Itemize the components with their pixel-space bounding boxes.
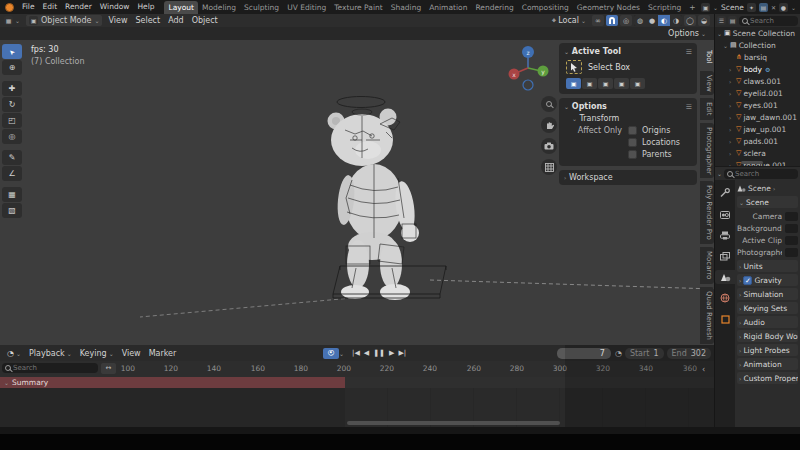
object-properties-tab[interactable] <box>715 312 735 326</box>
tab-animation[interactable]: Animation <box>425 1 471 14</box>
menu-file[interactable]: File <box>18 0 39 14</box>
orthographic-toggle-button[interactable] <box>541 159 557 175</box>
expand-icon[interactable]: › <box>729 150 736 157</box>
audio-section-header[interactable]: › Audio <box>737 316 798 328</box>
transform-orientation-selector[interactable]: ⌖ Local ⌄ <box>548 16 590 26</box>
menu-help[interactable]: Help <box>133 0 158 14</box>
tool-cursor[interactable]: ⊕ <box>2 60 22 75</box>
gravity-section-header[interactable]: › ✓ Gravity <box>737 274 798 286</box>
custom-properties-section-header[interactable]: › Custom Properti <box>737 372 798 384</box>
overlays-button[interactable]: ◯ <box>684 15 696 26</box>
modifier-icon[interactable]: ⚙ <box>765 66 770 73</box>
menu-add[interactable]: Add <box>164 16 188 25</box>
jump-to-start-button[interactable]: |◀ <box>352 349 360 357</box>
scene-name[interactable]: Scene <box>721 3 744 12</box>
tool-transform[interactable]: ◎ <box>2 129 22 144</box>
pin-icon[interactable]: ✦ <box>747 3 756 12</box>
render-engine-icon[interactable]: ● <box>779 3 788 12</box>
outliner-row-scene-collection[interactable]: ⌄ ▣ Scene Collection <box>715 27 800 39</box>
options-button[interactable]: Options ⌄ <box>664 29 714 38</box>
tab-sculpting[interactable]: Sculpting <box>240 1 283 14</box>
npanel-tab-view[interactable]: View <box>700 71 714 96</box>
tab-shading[interactable]: Shading <box>387 1 425 14</box>
background-field-widget[interactable] <box>785 224 798 233</box>
tool-annotate[interactable]: ✎ <box>2 150 22 165</box>
select-mode-extend[interactable]: ▣ <box>582 78 597 89</box>
outliner-row-sclera[interactable]: › ▽ sclera <box>715 147 800 159</box>
previous-keyframe-button[interactable]: ◀ <box>364 349 369 357</box>
npanel-tab-quad-remesh[interactable]: Quad Remesh <box>700 287 714 344</box>
photographer-field-widget[interactable] <box>785 248 798 257</box>
camera-field[interactable]: Camera <box>737 210 798 222</box>
panel-menu-icon[interactable]: ☰ <box>686 48 692 56</box>
expand-icon[interactable]: › <box>729 102 736 109</box>
outliner-row-jaw-dawn[interactable]: › ▽ jaw_dawn.001 <box>715 111 800 123</box>
summary-channel[interactable]: ⌄ Summary <box>0 377 345 388</box>
outliner-row-body[interactable]: › ▽ body ⚙ <box>715 63 800 75</box>
tab-modeling[interactable]: Modeling <box>198 1 240 14</box>
tool-select-box[interactable]: ➤ <box>2 44 22 59</box>
menu-marker[interactable]: Marker <box>145 349 181 358</box>
npanel-tab-poly-render-pro[interactable]: Poly Render Pro <box>700 181 714 244</box>
expand-icon[interactable]: › <box>729 114 736 121</box>
unlink-icon[interactable]: ✕ <box>771 4 776 11</box>
select-mode-intersect[interactable]: ▣ <box>630 78 645 89</box>
outliner-search[interactable] <box>739 16 798 26</box>
zoom-button[interactable] <box>541 96 557 112</box>
snap-target-button[interactable]: ∞ <box>592 15 604 26</box>
shading-rendered-button[interactable]: ◑ <box>670 15 682 26</box>
breadcrumb-label[interactable]: Scene <box>748 184 771 193</box>
tool-move[interactable]: ✚ <box>2 81 22 96</box>
workspace-panel-header[interactable]: › Workspace <box>559 170 697 185</box>
menu-object[interactable]: Object <box>188 16 222 25</box>
mode-selector[interactable]: ▣ Object Mode ⌄ <box>26 15 102 26</box>
3d-viewport[interactable]: ➤ ⊕ ✚ ↻ ◰ ◎ ✎ ∠ ▦ ▧ fps: 30 (7) Collecti… <box>0 40 714 345</box>
parents-checkbox[interactable] <box>628 150 637 159</box>
expand-icon[interactable]: ⌄ <box>723 42 730 49</box>
menu-render[interactable]: Render <box>61 0 96 14</box>
simulation-section-header[interactable]: › Simulation <box>737 288 798 300</box>
expand-icon[interactable]: › <box>729 90 736 97</box>
editor-type-button[interactable]: ▦ ⌄ <box>0 16 24 25</box>
tab-texture-paint[interactable]: Texture Paint <box>330 1 386 14</box>
blender-logo-icon[interactable] <box>5 3 14 12</box>
select-box-tool-icon[interactable] <box>566 60 582 74</box>
properties-search-input[interactable] <box>735 170 795 178</box>
outliner-row-barsiq[interactable]: ⋔ barsiq <box>715 51 800 63</box>
gravity-checkbox[interactable]: ✓ <box>743 276 752 285</box>
shading-solid-button[interactable]: ● <box>646 15 658 26</box>
menu-playback[interactable]: Playback⌄ <box>25 349 76 358</box>
expand-icon[interactable]: › <box>729 138 736 145</box>
collapse-region-icon[interactable]: ‹ <box>702 365 705 374</box>
outliner-row-eyes[interactable]: › ▽ eyes.001 <box>715 99 800 111</box>
tab-uv-editing[interactable]: UV Editing <box>283 1 330 14</box>
world-properties-tab[interactable] <box>715 291 735 305</box>
shading-material-button[interactable]: ◐ <box>658 15 670 26</box>
keying-sets-section-header[interactable]: › Keying Sets <box>737 302 798 314</box>
auto-keying-button[interactable]: ⦿ <box>323 348 339 359</box>
outliner-display-mode-icon[interactable]: ☰ <box>717 16 726 25</box>
chevron-down-icon[interactable]: ⌄ <box>717 170 722 177</box>
scene-properties-tab[interactable] <box>715 270 735 284</box>
npanel-tab-photographer[interactable]: Photographer <box>700 123 714 179</box>
outliner-scrollbar[interactable] <box>741 161 763 164</box>
scene-icon[interactable]: ▣ <box>701 3 710 12</box>
tab-scripting[interactable]: Scripting <box>644 1 685 14</box>
menu-keying[interactable]: Keying⌄ <box>76 349 118 358</box>
shading-wireframe-button[interactable]: ◍ <box>634 15 646 26</box>
expand-icon[interactable]: ⌄ <box>717 30 724 37</box>
channel-list-area[interactable] <box>0 388 345 427</box>
npanel-tab-tool[interactable]: Tool <box>700 46 714 68</box>
chevron-down-icon[interactable]: ⌄ <box>572 115 577 122</box>
tool-scale[interactable]: ◰ <box>2 113 22 128</box>
outliner-filter-icon[interactable]: ▤ <box>728 16 737 25</box>
menu-window[interactable]: Window <box>96 0 134 14</box>
tab-compositing[interactable]: Compositing <box>518 1 573 14</box>
tool-rotate[interactable]: ↻ <box>2 97 22 112</box>
xray-button[interactable]: ◒ <box>698 15 710 26</box>
locations-checkbox[interactable] <box>628 138 637 147</box>
proportional-editing-button[interactable]: ◎ <box>620 15 632 26</box>
dopesheet-search-input[interactable] <box>13 364 95 372</box>
pause-button[interactable]: ❚❚ <box>373 349 385 357</box>
chevron-down-icon[interactable]: ⌄ <box>564 48 569 55</box>
